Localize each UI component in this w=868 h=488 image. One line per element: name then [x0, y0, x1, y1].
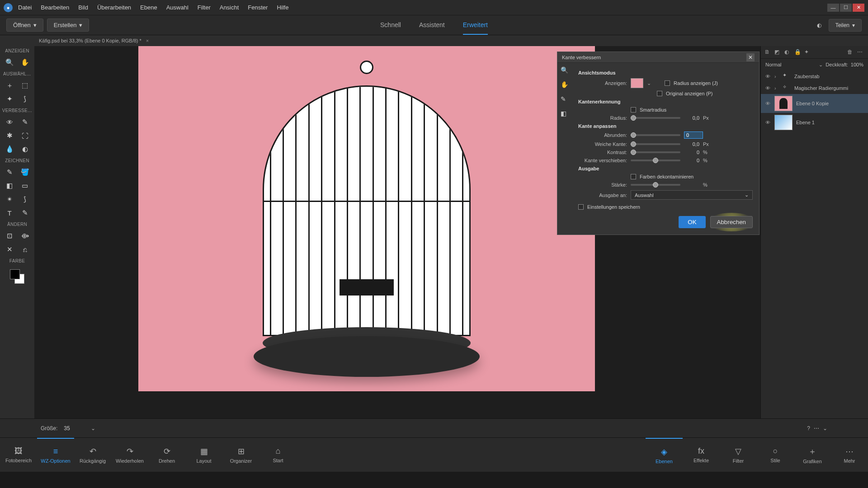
menu-filter[interactable]: Filter	[198, 4, 211, 11]
tool-button[interactable]: ⟆	[20, 195, 29, 204]
hand-tool-icon[interactable]: ✋	[561, 81, 569, 89]
share-button[interactable]: Teilen▾	[829, 19, 862, 32]
menu-ebene[interactable]: Ebene	[140, 4, 157, 11]
panel-menu-icon[interactable]: ⋯	[857, 49, 864, 56]
shift-slider[interactable]	[631, 160, 680, 161]
bottom-drehen[interactable]: ⟳Drehen	[148, 438, 185, 472]
tool-button[interactable]: ✎	[20, 117, 29, 127]
layer-row[interactable]: 👁›✦Zauberstab	[761, 70, 868, 82]
tool-button[interactable]: ✎	[20, 208, 29, 217]
collapse-icon[interactable]: ⌄	[823, 425, 827, 432]
menu-datei[interactable]: Datei	[18, 4, 32, 11]
menu-ansicht[interactable]: Ansicht	[220, 4, 239, 11]
bottom-fotobereich[interactable]: 🖼Fotobereich	[0, 438, 37, 472]
maximize-button[interactable]: ☐	[840, 4, 852, 12]
minimize-button[interactable]: —	[827, 4, 839, 12]
ok-button[interactable]: OK	[679, 216, 705, 228]
tool-button[interactable]: ✦	[5, 94, 14, 103]
adjust-icon[interactable]: ◐	[784, 49, 792, 56]
color-swatch[interactable]	[10, 269, 24, 284]
tool-button[interactable]: ⟆	[20, 94, 29, 103]
menu-hilfe[interactable]: Hilfe	[277, 4, 288, 11]
mode-tab-erweitert[interactable]: Erweitert	[463, 16, 488, 35]
tool-button[interactable]: ⎌	[20, 245, 29, 254]
bottom-stile[interactable]: ○Stile	[757, 438, 794, 472]
bottom-grafiken[interactable]: ＋Grafiken	[794, 438, 831, 472]
chevron-down-icon[interactable]: ⌄	[819, 62, 823, 68]
theme-icon[interactable]: ◐	[817, 22, 821, 28]
tool-button[interactable]: 💧	[5, 145, 14, 154]
output-select[interactable]: Auswahl⌄	[631, 190, 753, 200]
tool-button[interactable]: ✴	[5, 195, 14, 204]
blend-mode-select[interactable]: Normal	[765, 62, 816, 67]
tool-button[interactable]: ＋	[5, 81, 14, 90]
erase-refine-icon[interactable]: ◧	[561, 110, 569, 118]
amount-slider[interactable]	[631, 184, 680, 186]
tool-button[interactable]: ⟴	[20, 231, 29, 240]
size-input[interactable]: 35	[64, 425, 85, 432]
tool-button[interactable]: ◐	[20, 145, 29, 154]
feather-slider[interactable]	[631, 143, 680, 145]
open-button[interactable]: Öffnen▾	[6, 19, 43, 32]
mode-tab-schnell[interactable]: Schnell	[380, 16, 401, 35]
bottom-wiederholen[interactable]: ↷Wiederholen	[111, 438, 148, 472]
bottom-effekte[interactable]: fxEffekte	[683, 438, 720, 472]
document-tab[interactable]: Käfig.psd bei 33,3% (Ebene 0 Kopie, RGB/…	[0, 35, 868, 46]
remember-checkbox[interactable]	[578, 204, 584, 210]
cancel-button[interactable]: Abbrechen	[710, 216, 753, 228]
tool-button[interactable]: ✎	[5, 168, 14, 177]
dialog-close-icon[interactable]: ✕	[746, 53, 755, 61]
radius-slider[interactable]	[631, 117, 680, 119]
create-button[interactable]: Erstellen▾	[47, 19, 90, 32]
chevron-down-icon[interactable]: ⌄	[647, 80, 651, 86]
fx-icon[interactable]: ✦	[804, 49, 811, 56]
smart-radius-checkbox[interactable]	[631, 107, 636, 113]
tool-button[interactable]: 🪣	[20, 168, 29, 177]
bottom-rückgängig[interactable]: ↶Rückgängig	[74, 438, 111, 472]
smooth-slider[interactable]	[631, 134, 680, 136]
smooth-input[interactable]: 0	[684, 131, 703, 139]
tool-button[interactable]: ✕	[5, 245, 14, 254]
bottom-layout[interactable]: ▦Layout	[185, 438, 222, 472]
decontaminate-checkbox[interactable]	[631, 174, 636, 179]
layer-row[interactable]: 👁Ebene 1	[761, 113, 868, 132]
layer-row[interactable]: 👁›✧Magischer Radiergummi	[761, 82, 868, 94]
refine-brush-icon[interactable]: ✎	[561, 95, 569, 103]
lock-icon[interactable]: 🔒	[794, 49, 802, 56]
new-layer-icon[interactable]: 🗎	[764, 49, 772, 56]
trash-icon[interactable]: 🗑	[847, 49, 854, 56]
tool-button[interactable]: ✋	[20, 58, 29, 67]
bottom-ebenen[interactable]: ◈Ebenen	[646, 438, 683, 472]
menu-auswahl[interactable]: Auswahl	[166, 4, 189, 11]
tool-button[interactable]: ⊡	[5, 231, 14, 240]
tool-button[interactable]: ▭	[20, 181, 29, 190]
tool-button[interactable]: ✱	[5, 131, 14, 140]
tool-button[interactable]: ⛶	[20, 131, 29, 140]
tool-button[interactable]: 👁	[5, 117, 14, 127]
chevron-down-icon[interactable]: ⌄	[91, 425, 95, 432]
bottom-start[interactable]: ⌂Start	[259, 438, 297, 472]
menu-überarbeiten[interactable]: Überarbeiten	[97, 4, 131, 11]
close-window-button[interactable]: ✕	[853, 4, 864, 12]
mode-tab-assistent[interactable]: Assistent	[419, 16, 445, 35]
layer-row[interactable]: 👁Ebene 0 Kopie	[761, 94, 868, 113]
bottom-organizer[interactable]: ⊞Organizer	[222, 438, 259, 472]
dialog-title-bar[interactable]: Kante verbessern ✕	[557, 52, 759, 63]
original-show-checkbox[interactable]	[657, 91, 662, 96]
tool-button[interactable]: 🔍	[5, 58, 14, 67]
menu-bearbeiten[interactable]: Bearbeiten	[41, 4, 69, 11]
zoom-tool-icon[interactable]: 🔍	[561, 66, 569, 75]
close-tab-icon[interactable]: ×	[146, 38, 149, 43]
tool-button[interactable]: ⬚	[20, 81, 29, 90]
menu-fenster[interactable]: Fenster	[248, 4, 268, 11]
radius-show-checkbox[interactable]	[665, 80, 670, 86]
canvas[interactable]	[138, 46, 595, 391]
tool-button[interactable]: T	[5, 208, 14, 217]
contrast-slider[interactable]	[631, 151, 680, 153]
bottom-wz-optionen[interactable]: ≡WZ-Optionen	[37, 438, 74, 472]
more-icon[interactable]: ⋯	[814, 425, 819, 432]
view-preview[interactable]	[631, 78, 643, 88]
mask-icon[interactable]: ◩	[774, 49, 782, 56]
tool-button[interactable]: ◧	[5, 181, 14, 190]
bottom-mehr[interactable]: ⋯Mehr	[831, 438, 868, 472]
